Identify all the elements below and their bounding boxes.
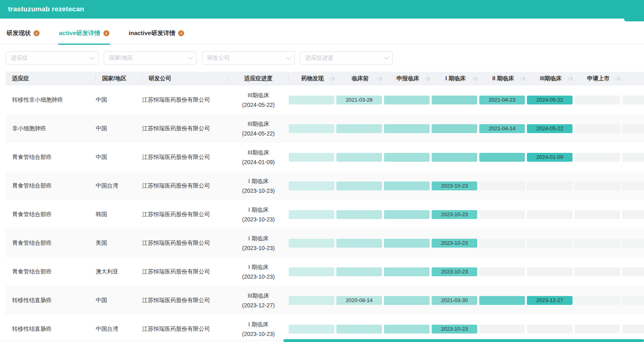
progress-cell: III期临床(2023-12-27) (228, 291, 289, 310)
scrollbar-thumb[interactable] (283, 339, 644, 342)
stage-bar (289, 210, 334, 219)
stage-bar (527, 325, 573, 334)
stage-bar (622, 296, 644, 305)
tab-inactive-rd-details[interactable]: inactive研发详情 i (128, 29, 185, 44)
stage-bar-cell (432, 153, 479, 162)
filter-bar: 适应症 国家/地区 研发公司 适应症进度 (0, 44, 644, 65)
progress-date: (2023-10-23) (228, 243, 289, 253)
stage-bar-cell: 2023-10-23 (432, 210, 479, 219)
indication-filter-select[interactable]: 适应症 (6, 51, 99, 65)
stage-arrow-icon (377, 76, 383, 81)
stage-date: 2023-10-23 (441, 326, 468, 332)
stage-bar (289, 96, 334, 104)
indication-cell: 胃食管结合部癌 (6, 182, 96, 190)
stage-bar (622, 239, 644, 248)
progress-stage: I 期临床 (228, 234, 289, 243)
info-icon[interactable]: i (34, 30, 40, 36)
indication-cell: 转移性结直肠癌 (6, 325, 96, 333)
progress-cell: I 期临床(2023-10-23) (228, 234, 289, 253)
stage-bar-cell (384, 296, 432, 305)
stage-bar (384, 296, 430, 305)
stage-bar (575, 181, 620, 190)
stage-bar-cell: 2023-10-23 (432, 181, 479, 190)
stage-bar (479, 296, 525, 305)
stage-date: 2021-03-30 (441, 297, 468, 303)
stage-bar (384, 325, 430, 334)
stage-bar: 2023-10-23 (432, 181, 477, 190)
stage-bar: 2023-10-23 (432, 267, 477, 276)
progress-stage: III期临床 (228, 90, 289, 100)
stage-date: 2024-05-22 (536, 125, 563, 131)
stage-bar-cell (336, 239, 384, 248)
progress-date: (2023-10-23) (228, 186, 289, 196)
stage-bar (575, 210, 620, 219)
stage-bar (432, 96, 477, 104)
region-cell: 中国 (96, 96, 142, 104)
indication-cell: 胃食管结合部癌 (6, 268, 96, 275)
stage-bar-cell (479, 181, 527, 190)
stage-column-header: II 期临床 (479, 72, 527, 86)
tab-rd-status[interactable]: 研发现状 i (6, 29, 40, 44)
stage-bar (622, 153, 644, 162)
company-filter-select[interactable]: 研发公司 (202, 51, 295, 65)
horizontal-scrollbar (0, 339, 644, 342)
stage-bar-cell (527, 267, 575, 276)
stage-bar (384, 96, 430, 104)
stage-bar-cell: 2023-12-27 (527, 296, 575, 305)
info-icon[interactable]: i (178, 30, 184, 36)
stage-bar (479, 239, 525, 248)
progress-filter-select[interactable]: 适应症进度 (300, 51, 393, 65)
stage-bar (575, 325, 620, 334)
table-row: 转移性非小细胞肺癌中国江苏恒瑞医药股份有限公司III期临床(2024-05-22… (6, 86, 644, 114)
stage-bar (479, 267, 525, 276)
stage-bar-cell: 2021-04-14 (479, 124, 527, 133)
tab-active-rd-details[interactable]: active研发详情 i (58, 29, 110, 44)
stage-date: 2024-01-09 (536, 154, 563, 160)
stage-date: 2024-05-22 (536, 97, 563, 103)
stage-bar (622, 124, 644, 133)
info-icon[interactable]: i (103, 30, 109, 36)
progress-date: (2023-10-23) (228, 215, 289, 224)
stage-bar-cell (575, 296, 622, 305)
progress-stage: III期临床 (228, 291, 289, 300)
stage-bar-cell (384, 210, 432, 219)
stage-column-header: I 期临床 (432, 72, 479, 86)
stage-bar-cell (575, 153, 622, 162)
table-body: 转移性非小细胞肺癌中国江苏恒瑞医药股份有限公司III期临床(2024-05-22… (6, 86, 644, 342)
tab-label: 研发现状 (6, 29, 31, 37)
stage-bar-cell: 2021-03-26 (336, 96, 384, 104)
progress-date: (2023-10-23) (228, 329, 289, 339)
tab-bar: 研发现状 i active研发详情 i inactive研发详情 i (0, 19, 644, 44)
region-cell: 中国 (96, 125, 142, 132)
stage-bar-cell (527, 181, 575, 190)
stage-bar-cell (289, 181, 336, 190)
stage-bar (432, 153, 477, 162)
tab-label: inactive研发详情 (129, 29, 176, 37)
stage-bar-cell (289, 210, 336, 219)
floating-widget-tab[interactable] (624, 19, 644, 21)
stage-bar-cell (479, 153, 527, 162)
column-header: 研发公司 (142, 72, 228, 86)
stage-arrow-icon (568, 76, 573, 81)
stage-column-header: 药物发现 (289, 72, 336, 86)
stage-bar-cell (384, 239, 432, 248)
select-placeholder: 适应症 (11, 54, 28, 62)
stage-bar-cell (479, 267, 527, 276)
company-cell: 江苏恒瑞医药股份有限公司 (142, 125, 228, 132)
stage-bar-cell (575, 325, 622, 334)
stage-date: 2023-12-27 (536, 297, 563, 303)
stage-bar-cell: 2024-01-09 (527, 153, 575, 162)
stage-bar-cell (622, 210, 644, 219)
region-filter-select[interactable]: 国家/地区 (104, 51, 197, 65)
stage-bar (622, 325, 644, 334)
stage-bar-cell (622, 267, 644, 276)
indication-cell: 胃食管结合部癌 (6, 154, 96, 161)
stage-bar-cell (336, 267, 384, 276)
stage-bar: 2023-12-27 (527, 296, 573, 305)
company-cell: 江苏恒瑞医药股份有限公司 (142, 268, 228, 275)
stage-bar-cell (432, 96, 479, 104)
progress-date: (2023-10-23) (228, 272, 289, 282)
stage-arrow-icon (615, 76, 621, 81)
stage-bar-cell: 2024-05-22 (527, 96, 575, 104)
page-header: trastuzumab rezetecan (0, 0, 644, 19)
